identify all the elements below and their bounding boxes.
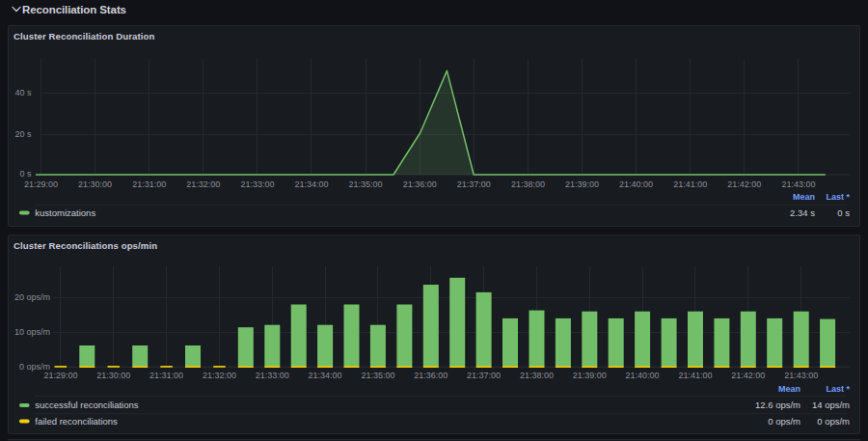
svg-text:kustomizations: kustomizations [35,207,95,218]
svg-text:14 ops/m: 14 ops/m [812,400,850,410]
svg-text:21:41:00: 21:41:00 [678,371,712,380]
svg-text:21:34:00: 21:34:00 [309,371,342,380]
svg-text:21:36:00: 21:36:00 [403,179,437,189]
svg-text:21:32:00: 21:32:00 [203,371,236,380]
svg-text:21:32:00: 21:32:00 [186,179,220,189]
svg-text:20 ops/m: 20 ops/m [14,292,50,302]
svg-text:40 s: 40 s [14,88,32,97]
svg-text:0 ops/m: 0 ops/m [19,362,50,372]
svg-text:21:42:00: 21:42:00 [731,371,765,380]
svg-text:successful reconciliations: successful reconciliations [35,400,138,410]
svg-text:21:33:00: 21:33:00 [240,179,274,189]
svg-text:21:40:00: 21:40:00 [619,179,653,189]
svg-text:12.6 ops/m: 12.6 ops/m [755,400,800,410]
svg-text:21:31:00: 21:31:00 [132,179,166,189]
svg-text:21:40:00: 21:40:00 [626,371,660,380]
svg-text:21:38:00: 21:38:00 [520,371,554,380]
svg-text:20 s: 20 s [14,129,32,139]
svg-text:21:43:00: 21:43:00 [784,371,818,380]
svg-text:21:39:00: 21:39:00 [565,179,599,189]
svg-text:21:35:00: 21:35:00 [349,179,383,189]
svg-text:21:29:00: 21:29:00 [24,179,58,189]
svg-text:21:37:00: 21:37:00 [467,371,501,380]
svg-text:21:38:00: 21:38:00 [511,179,545,189]
svg-text:10 ops/m: 10 ops/m [14,327,50,337]
svg-text:21:30:00: 21:30:00 [78,179,112,189]
svg-text:21:30:00: 21:30:00 [96,371,130,380]
svg-text:Mean: Mean [793,192,815,202]
svg-text:21:36:00: 21:36:00 [414,371,448,380]
svg-text:21:31:00: 21:31:00 [149,371,183,380]
svg-text:0 ops/m: 0 ops/m [768,416,800,427]
svg-text:21:29:00: 21:29:00 [43,371,77,380]
svg-text:failed reconciliations: failed reconciliations [35,416,118,427]
svg-text:Last *: Last * [826,384,850,394]
svg-text:21:34:00: 21:34:00 [294,179,328,189]
svg-text:21:42:00: 21:42:00 [727,179,761,189]
svg-text:21:41:00: 21:41:00 [673,179,707,189]
svg-text:21:37:00: 21:37:00 [457,179,491,189]
svg-text:21:43:00: 21:43:00 [781,179,815,189]
svg-text:21:35:00: 21:35:00 [361,371,394,380]
svg-text:2.34 s: 2.34 s [790,207,815,218]
svg-text:Mean: Mean [778,384,800,394]
svg-text:0 ops/m: 0 ops/m [817,416,850,427]
svg-text:21:33:00: 21:33:00 [256,371,289,380]
svg-text:21:39:00: 21:39:00 [573,371,607,380]
svg-text:0 s: 0 s [19,169,32,179]
svg-text:0 s: 0 s [837,207,850,218]
svg-text:Last *: Last * [826,192,850,202]
